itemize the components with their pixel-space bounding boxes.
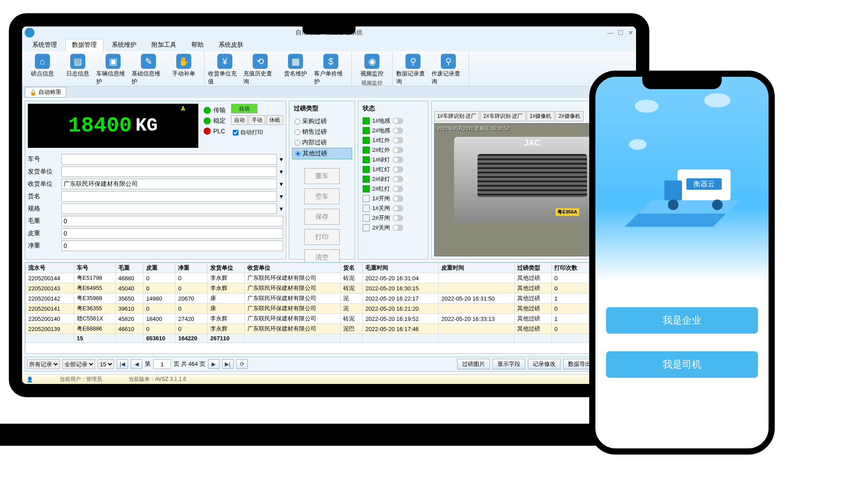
phone-btn-driver[interactable]: 我是司机 <box>606 351 758 378</box>
page-next[interactable]: ▶ <box>208 359 220 369</box>
status-toggle[interactable] <box>393 137 403 143</box>
close-icon[interactable]: ✕ <box>628 29 633 36</box>
btn-empty[interactable]: 空车 <box>304 188 340 204</box>
table-header[interactable]: 打印次数 <box>551 263 588 273</box>
btn-print[interactable]: 打印 <box>304 229 340 245</box>
tool-void-query[interactable]: ⚲作废记录查询 <box>431 52 466 87</box>
maximize-icon[interactable]: ☐ <box>618 29 624 36</box>
input-car-no[interactable] <box>61 154 277 165</box>
table-row[interactable]: 2205200143粤E649554504000李永辉广东联民环保建材有限公司砖… <box>26 283 633 293</box>
dropdown-icon[interactable]: ▾ <box>280 192 283 200</box>
table-header[interactable]: 净重 <box>175 263 208 273</box>
table-header[interactable]: 货名 <box>341 263 363 273</box>
table-row[interactable]: 2205200140赣C5561X458201840027420李永辉广东联民环… <box>26 314 633 324</box>
table-header[interactable]: 毛重 <box>115 263 143 273</box>
filter-records[interactable]: 所有记录 <box>27 359 60 369</box>
tool-recharge-history[interactable]: ⟲充值历史查询 <box>242 52 278 87</box>
menu-tab-skin[interactable]: 系统皮肤 <box>212 39 250 51</box>
type-other[interactable]: 其他过磅 <box>292 148 352 159</box>
status-toggle[interactable] <box>393 147 403 153</box>
table-header[interactable]: 发货单位 <box>207 263 244 273</box>
btn-heavy[interactable]: 重车 <box>304 168 340 184</box>
status-toggle[interactable] <box>393 215 403 221</box>
status-toggle[interactable] <box>393 196 403 202</box>
tool-video[interactable]: ◉视频监控 <box>354 52 390 79</box>
status-toggle[interactable] <box>393 205 403 211</box>
table-header[interactable]: 毛重时间 <box>363 263 439 273</box>
tool-vehicle[interactable]: ▣车辆信息维护 <box>95 52 131 87</box>
cam-tab-3[interactable]: 1#摄像机 <box>527 111 554 121</box>
auto-print-checkbox[interactable] <box>233 130 239 135</box>
mode-manual[interactable]: 手动 <box>249 115 265 125</box>
input-tare[interactable] <box>61 228 283 239</box>
btn-edit-record[interactable]: 记录修改 <box>528 359 561 369</box>
status-toggle[interactable] <box>393 186 403 192</box>
tool-log-info[interactable]: ▤日志信息 <box>60 52 95 87</box>
status-toggle[interactable] <box>393 225 403 231</box>
phone-btn-enterprise[interactable]: 我是企业 <box>606 307 758 334</box>
minimize-icon[interactable]: — <box>607 29 614 36</box>
status-toggle[interactable] <box>393 176 403 182</box>
led-transmit: 传输 <box>204 106 226 114</box>
status-toggle[interactable] <box>393 118 403 124</box>
status-indicator <box>363 156 370 163</box>
dropdown-icon[interactable]: ▾ <box>280 205 283 213</box>
btn-save[interactable]: 保存 <box>304 209 340 225</box>
type-internal[interactable]: 内部过磅 <box>292 137 352 148</box>
table-row[interactable]: 2205200144粤E517984688000李永辉广东联民环保建材有限公司砖… <box>26 273 633 283</box>
btn-images[interactable]: 过磅图片 <box>457 359 490 369</box>
input-receiver[interactable] <box>61 179 277 189</box>
page-last[interactable]: ▶| <box>222 359 234 369</box>
dropdown-icon[interactable]: ▾ <box>280 168 283 176</box>
tool-basic[interactable]: ✎基础信息维护 <box>131 52 166 87</box>
auto-print-check[interactable]: 自动打印 <box>231 127 283 138</box>
btn-fields[interactable]: 显示字段 <box>492 359 525 369</box>
table-row[interactable]: 2205200141粤E363553961000康广东联民环保建材有限公司泥20… <box>26 304 633 314</box>
mode-auto[interactable]: 自动 <box>231 104 258 113</box>
filter-all[interactable]: 全部记录 <box>62 359 95 369</box>
table-header[interactable]: 皮重 <box>143 263 175 273</box>
type-sale[interactable]: 销售过磅 <box>292 127 352 137</box>
page-first[interactable]: |◀ <box>117 359 128 369</box>
input-gross[interactable] <box>61 216 283 226</box>
table-header[interactable]: 车号 <box>74 263 115 273</box>
tool-price[interactable]: $客户单价维护 <box>313 52 349 87</box>
work-tab-auto-weigh[interactable]: 🔒 自动称重 <box>25 87 66 98</box>
cam-tab-2[interactable]: 2#车牌识别·进厂 <box>480 111 526 121</box>
cam-tab-1[interactable]: 1#车牌识别·进厂 <box>434 111 480 121</box>
status-toggle[interactable] <box>393 128 403 134</box>
status-toggle[interactable] <box>393 157 403 163</box>
table-header[interactable]: 收货单位 <box>244 263 340 273</box>
input-sender[interactable] <box>61 166 277 177</box>
tool-recharge[interactable]: ¥收货单位充值 <box>207 52 242 87</box>
dropdown-icon[interactable]: ▾ <box>280 155 283 163</box>
table-header[interactable]: 流水号 <box>26 263 74 273</box>
tool-goods[interactable]: ▦货名维护 <box>278 52 313 87</box>
page-input[interactable] <box>153 359 171 369</box>
page-prev[interactable]: ◀ <box>131 359 142 369</box>
menu-tab-addon[interactable]: 附加工具 <box>145 39 183 51</box>
menu-tab-data[interactable]: 数据管理 <box>65 39 103 51</box>
type-purchase[interactable]: 采购过磅 <box>292 116 352 127</box>
records-table[interactable]: 流水号车号毛重皮重净重发货单位收货单位货名毛重时间皮重时间过磅类型打印次数更新时… <box>25 262 633 354</box>
page-size[interactable]: 15 <box>98 359 114 369</box>
cam-tab-4[interactable]: 2#摄像机 <box>555 111 583 121</box>
table-header[interactable]: 皮重时间 <box>439 263 515 273</box>
table-header[interactable]: 过磅类型 <box>515 263 552 273</box>
mode-sleep[interactable]: 休眠 <box>266 115 283 125</box>
dropdown-icon[interactable]: ▾ <box>280 180 283 188</box>
menu-tab-system[interactable]: 系统管理 <box>26 39 64 51</box>
tool-scale-info[interactable]: ⌂磅点信息 <box>25 52 60 87</box>
mode-auto2[interactable]: 自动 <box>231 115 248 125</box>
input-net[interactable] <box>61 241 283 251</box>
table-row[interactable]: 2205200142粤E35968356501498020670康广东联民环保建… <box>26 293 633 304</box>
menu-tab-help[interactable]: 帮助 <box>185 39 210 51</box>
tool-data-query[interactable]: ⚲数据记录查询 <box>395 52 431 87</box>
status-toggle[interactable] <box>393 166 403 173</box>
table-row[interactable]: 2205200139粤E688864661000李永辉广东联民环保建材有限公司泥… <box>26 324 633 334</box>
input-spec[interactable] <box>61 203 277 214</box>
page-refresh[interactable]: ⟳ <box>236 359 248 369</box>
tool-manual[interactable]: ✋手动补单 <box>166 52 201 87</box>
input-goods[interactable] <box>61 191 277 202</box>
menu-tab-maintenance[interactable]: 系统维护 <box>105 39 143 51</box>
